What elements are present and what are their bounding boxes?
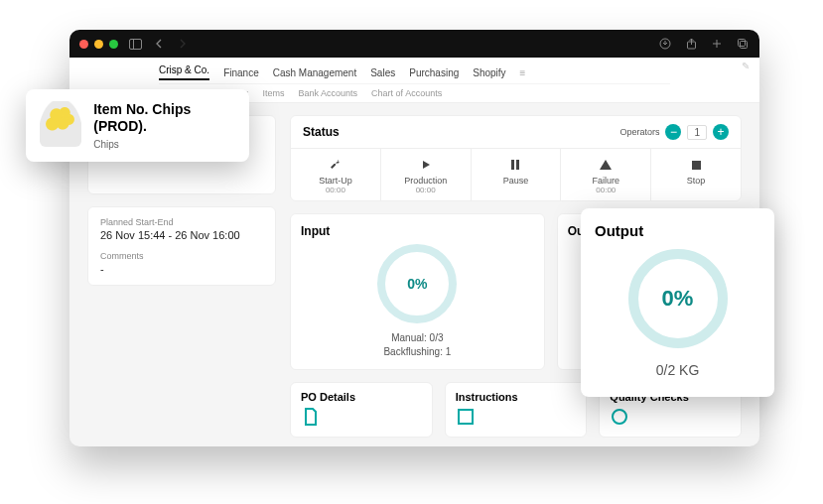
status-label: Start-Up — [291, 176, 380, 186]
status-card: Status Operators − 1 + Start-Up 00:00 — [290, 115, 742, 201]
output-title: Output — [595, 222, 760, 239]
subnav-item[interactable]: Items — [263, 88, 285, 98]
output-overlay: Output 0% 0/2 KG — [581, 208, 774, 397]
planned-label: Planned Start-End — [100, 217, 263, 227]
pause-icon — [472, 157, 561, 173]
operators-label: Operators — [619, 127, 659, 137]
svg-rect-7 — [516, 160, 519, 170]
status-item-failure[interactable]: Failure 00:00 — [561, 149, 651, 200]
primary-nav: Crisp & Co. Finance Cash Management Sale… — [159, 62, 670, 83]
list-icon — [456, 407, 577, 429]
minimize-dot-icon[interactable] — [94, 40, 103, 49]
document-icon — [301, 407, 422, 429]
stop-icon — [651, 157, 741, 173]
input-percent: 0% — [377, 244, 457, 323]
plus-icon[interactable] — [710, 37, 724, 51]
status-time: 00:00 — [561, 186, 650, 194]
operators-count: 1 — [687, 125, 707, 140]
svg-rect-0 — [129, 39, 141, 49]
sidebar-toggle-icon[interactable] — [128, 37, 142, 51]
status-label: Stop — [651, 176, 741, 186]
maximize-dot-icon[interactable] — [109, 40, 118, 49]
status-item-pause[interactable]: Pause — [472, 149, 562, 200]
nav-more-icon[interactable]: ≡ — [520, 67, 526, 78]
chips-image-icon — [40, 101, 81, 147]
svg-rect-8 — [692, 161, 701, 170]
po-details-title: PO Details — [301, 391, 422, 403]
wrench-icon — [291, 157, 380, 173]
details-panel: Planned Start-End 26 Nov 15:44 - 26 Nov … — [87, 206, 276, 286]
nav-item[interactable]: Purchasing — [409, 67, 459, 78]
input-title: Input — [301, 224, 534, 238]
status-label: Production — [381, 176, 471, 186]
subnav-item[interactable]: Bank Accounts — [299, 88, 358, 98]
nav-item[interactable]: Crisp & Co. — [159, 64, 209, 80]
subnav-item[interactable]: Chart of Accounts — [371, 88, 442, 98]
item-subtitle: Chips — [93, 139, 235, 150]
planned-value: 26 Nov 15:44 - 26 Nov 16:00 — [100, 229, 263, 241]
svg-rect-6 — [511, 160, 514, 170]
share-icon[interactable] — [684, 37, 698, 51]
edit-icon[interactable]: ✎ — [742, 61, 750, 71]
nav-item[interactable]: Cash Management — [273, 67, 357, 78]
svg-rect-5 — [739, 40, 746, 47]
output-sub: 0/2 KG — [595, 362, 760, 378]
svg-point-10 — [613, 410, 626, 424]
nav-item[interactable]: Shopify — [473, 67, 505, 78]
warning-icon — [561, 157, 650, 173]
download-icon[interactable] — [658, 37, 672, 51]
status-label: Failure — [561, 176, 650, 186]
instructions-title: Instructions — [456, 391, 577, 403]
status-item-startup[interactable]: Start-Up 00:00 — [291, 149, 381, 200]
titlebar — [69, 30, 759, 58]
status-items: Start-Up 00:00 Production 00:00 Pause — [291, 149, 741, 200]
play-icon — [381, 157, 471, 173]
check-icon — [610, 407, 731, 429]
svg-rect-4 — [741, 42, 748, 49]
left-column: Planned Start-End 26 Nov 15:44 - 26 Nov … — [87, 115, 276, 438]
close-dot-icon[interactable] — [79, 40, 88, 49]
status-item-production[interactable]: Production 00:00 — [381, 149, 472, 200]
status-time: 00:00 — [381, 186, 471, 194]
output-percent: 0% — [628, 249, 728, 348]
operators-control: Operators − 1 + — [619, 124, 729, 140]
svg-rect-9 — [459, 410, 473, 424]
operators-minus-button[interactable]: − — [665, 124, 681, 140]
item-title: Item No. Chips (PROD). — [93, 101, 235, 135]
input-manual: Manual: 0/3 — [301, 331, 534, 345]
copy-icon[interactable] — [736, 37, 750, 51]
comments-label: Comments — [100, 251, 263, 261]
status-item-stop[interactable]: Stop — [651, 149, 741, 200]
back-icon[interactable] — [152, 37, 166, 51]
po-details-card[interactable]: PO Details — [290, 382, 433, 438]
item-callout: Item No. Chips (PROD). Chips — [26, 89, 249, 162]
status-title: Status — [303, 125, 340, 139]
instructions-card[interactable]: Instructions — [445, 382, 588, 438]
forward-icon[interactable] — [176, 37, 190, 51]
window-controls[interactable] — [79, 40, 118, 49]
nav-item[interactable]: Finance — [223, 67, 259, 78]
input-backflushing: Backflushing: 1 — [301, 345, 534, 359]
input-card: Input 0% Manual: 0/3 Backflushing: 1 — [290, 213, 545, 370]
status-label: Pause — [472, 176, 561, 186]
status-time: 00:00 — [291, 186, 380, 194]
operators-plus-button[interactable]: + — [713, 124, 729, 140]
comments-value: - — [100, 263, 263, 275]
nav-item[interactable]: Sales — [370, 67, 395, 78]
